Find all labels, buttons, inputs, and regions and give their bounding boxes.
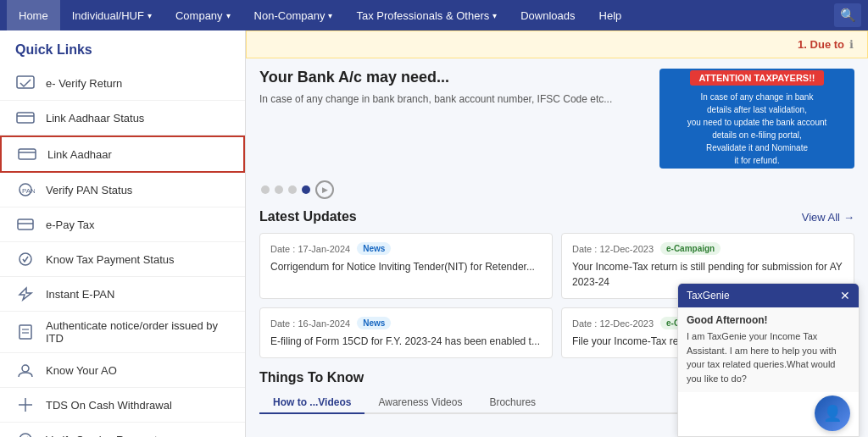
update-date-2: Date : 12-Dec-2023 xyxy=(572,244,654,254)
dot-3[interactable] xyxy=(288,185,297,194)
bank-banner-text: In case of any change in bankdetails aft… xyxy=(687,91,827,167)
main-nav: Home Individual/HUF ▾ Company ▾ Non-Comp… xyxy=(0,0,868,30)
svg-text:PAN: PAN xyxy=(22,187,35,195)
update-text-1: Corrigendum for Notice Inviting Tender(N… xyxy=(270,259,542,274)
chatbot-title: TaxGenie xyxy=(687,290,730,301)
sidebar-item-epaytax[interactable]: e-Pay Tax xyxy=(0,207,245,242)
link-icon xyxy=(14,108,37,127)
update-date-4: Date : 12-Dec-2023 xyxy=(572,318,654,329)
update-badge-2: e-Campaign xyxy=(660,242,721,255)
ao-icon xyxy=(14,361,37,379)
chatbot-avatar[interactable]: 👤 xyxy=(815,396,850,431)
update-card-3[interactable]: Date : 16-Jan-2024 News E-filing of Form… xyxy=(259,307,553,358)
update-meta-1: Date : 17-Jan-2024 News xyxy=(270,242,542,255)
arrow-right-icon: → xyxy=(843,211,854,224)
top-banner: 1. Due to ℹ xyxy=(246,30,868,58)
bank-banner: ATTENTION TAXPAYERS!! In case of any cha… xyxy=(659,69,854,169)
sidebar: Quick Links e- Verify Return Link Aadhaa… xyxy=(0,30,246,437)
chatbot-greeting: Good Afternoon! xyxy=(687,314,850,326)
nav-company[interactable]: Company ▾ xyxy=(164,0,242,30)
update-meta-3: Date : 16-Jan-2024 News xyxy=(270,317,542,329)
update-badge-1: News xyxy=(357,242,391,255)
bank-body: In case of any change in bank branch, ba… xyxy=(259,91,646,107)
chevron-down-icon: ▾ xyxy=(492,11,497,20)
search-button[interactable]: 🔍 xyxy=(834,3,861,27)
chatbot-message: I am TaxGenie your Income Tax Assistant.… xyxy=(687,329,850,385)
svg-rect-7 xyxy=(18,219,33,230)
svg-rect-1 xyxy=(17,113,34,123)
info-icon: ℹ xyxy=(849,38,854,51)
pay-icon xyxy=(14,215,37,234)
update-badge-3: News xyxy=(357,317,391,329)
chatbot-close-button[interactable]: ✕ xyxy=(840,289,850,302)
chevron-down-icon: ▾ xyxy=(328,11,332,20)
bank-heading: Your Bank A/c may need... xyxy=(259,69,646,86)
nav-home[interactable]: Home xyxy=(7,0,60,30)
svg-rect-11 xyxy=(19,325,31,339)
chevron-down-icon: ▾ xyxy=(226,11,231,20)
bank-section: Your Bank A/c may need... In case of any… xyxy=(259,69,854,169)
auth-icon xyxy=(14,323,37,341)
sidebar-item-linkaadhaar[interactable]: Link Aadhaar xyxy=(0,136,245,173)
update-text-3: E-filing of Form 15CD for F.Y. 2023-24 h… xyxy=(270,334,542,349)
svg-point-9 xyxy=(19,253,31,265)
link-aadhaar-icon xyxy=(15,145,39,163)
tab-awareness[interactable]: Awareness Videos xyxy=(364,392,476,412)
tab-brochures[interactable]: Brochures xyxy=(476,392,549,412)
sidebar-item-authenticate[interactable]: Authenticate notice/order issued by ITD xyxy=(0,312,245,353)
due-text: 1. Due to xyxy=(798,38,844,51)
update-date-3: Date : 16-Jan-2024 xyxy=(270,318,350,329)
bank-text: Your Bank A/c may need... In case of any… xyxy=(259,69,646,169)
updates-title: Latest Updates xyxy=(259,209,357,224)
dot-1[interactable] xyxy=(261,185,270,194)
sidebar-item-verifypan[interactable]: PAN Verify PAN Status xyxy=(0,173,245,207)
nav-noncompany[interactable]: Non-Company ▾ xyxy=(242,0,345,30)
dot-4[interactable] xyxy=(302,185,310,194)
attention-bar: ATTENTION TAXPAYERS!! xyxy=(690,70,823,86)
view-all-button[interactable]: View All → xyxy=(802,211,854,224)
pan-icon: PAN xyxy=(14,180,37,199)
sidebar-item-everify[interactable]: e- Verify Return xyxy=(0,66,245,101)
chevron-down-icon: ▾ xyxy=(147,11,152,20)
tab-howto[interactable]: How to ...Videos xyxy=(259,392,364,414)
verify-icon xyxy=(14,74,37,92)
sidebar-item-knowyourao[interactable]: Know Your AO xyxy=(0,353,245,388)
carousel-dots: ▶ xyxy=(259,180,854,199)
tds-icon xyxy=(14,396,37,414)
chatbot-header: TaxGenie ✕ xyxy=(678,284,859,307)
svg-rect-3 xyxy=(19,149,36,159)
update-meta-2: Date : 12-Dec-2023 e-Campaign xyxy=(572,242,843,255)
svg-rect-0 xyxy=(17,76,34,88)
play-button[interactable]: ▶ xyxy=(315,180,334,199)
instant-icon xyxy=(14,285,37,303)
status-icon xyxy=(14,250,37,268)
chatbot-body: Good Afternoon! I am TaxGenie your Incom… xyxy=(678,307,859,392)
sidebar-item-tds[interactable]: TDS On Cash Withdrawal xyxy=(0,388,245,423)
sidebar-item-linkaadharstatus[interactable]: Link Aadhaar Status xyxy=(0,101,245,136)
sidebar-item-instantepan[interactable]: Instant E-PAN xyxy=(0,277,245,312)
nav-taxprofessionals[interactable]: Tax Professionals & Others ▾ xyxy=(344,0,509,30)
bank-banner-inner: ATTENTION TAXPAYERS!! In case of any cha… xyxy=(659,69,854,169)
svg-marker-10 xyxy=(19,288,31,300)
service-icon xyxy=(14,430,37,437)
update-card-1[interactable]: Date : 17-Jan-2024 News Corrigendum for … xyxy=(259,233,553,299)
sidebar-item-verifyservice[interactable]: Verify Service Request xyxy=(0,423,245,437)
update-date-1: Date : 17-Jan-2024 xyxy=(270,244,350,254)
nav-downloads[interactable]: Downloads xyxy=(509,0,587,30)
nav-individual[interactable]: Individual/HUF ▾ xyxy=(60,0,164,30)
updates-header: Latest Updates View All → xyxy=(259,209,854,224)
svg-point-17 xyxy=(19,434,31,437)
dot-2[interactable] xyxy=(275,185,283,194)
svg-point-14 xyxy=(22,365,29,372)
nav-help[interactable]: Help xyxy=(587,0,634,30)
sidebar-item-knowtaxpayment[interactable]: Know Tax Payment Status xyxy=(0,242,245,277)
sidebar-title: Quick Links xyxy=(0,30,245,66)
chatbot-widget: TaxGenie ✕ Good Afternoon! I am TaxGenie… xyxy=(677,283,860,437)
